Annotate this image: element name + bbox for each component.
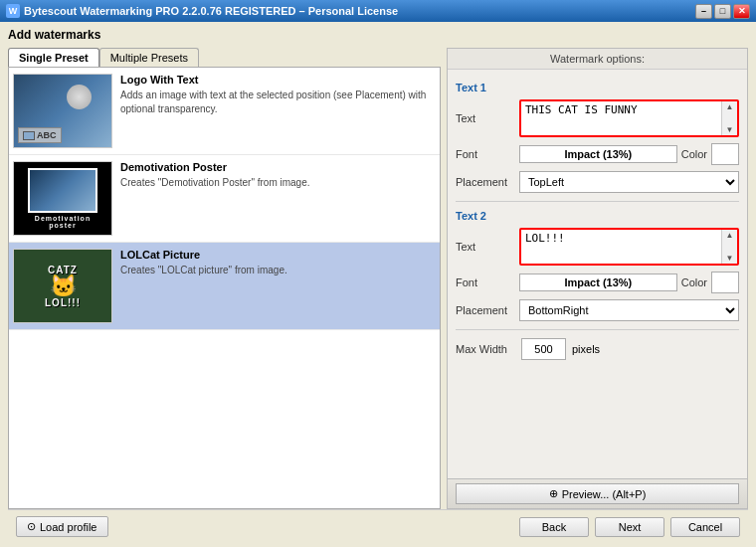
text2-placement-wrapper: TopLeft TopRight BottomLeft BottomRight …: [519, 299, 739, 321]
preview-label: Preview... (Alt+P): [562, 488, 647, 500]
preset-name-demot: Demotivation Poster: [120, 161, 436, 173]
divider-2: [456, 329, 739, 330]
preset-thumb-logo: ABC: [13, 74, 112, 148]
text2-field-label: Text: [456, 241, 515, 253]
preset-thumb-demot: Demotivationposter: [13, 161, 112, 236]
text2-input[interactable]: [521, 230, 721, 264]
maxwidth-row: Max Width pixels: [456, 338, 739, 360]
text1-font-button[interactable]: Impact (13%): [519, 145, 677, 163]
bottom-left: ⊙ Load profile: [16, 516, 108, 537]
text1-font-row: Font Impact (13%) Color: [456, 143, 739, 165]
next-button[interactable]: Next: [595, 517, 664, 537]
text1-scrollbar: ▲ ▼: [721, 101, 737, 135]
text2-section-label: Text 2: [456, 210, 739, 222]
text1-color-label: Color: [681, 148, 707, 160]
bottom-right: Back Next Cancel: [519, 517, 740, 537]
window-title: Bytescout Watermarking PRO 2.2.0.76 REGI…: [24, 5, 398, 17]
text2-scrollbar: ▲ ▼: [721, 230, 737, 264]
preview-icon: ⊕: [549, 487, 558, 500]
cancel-button[interactable]: Cancel: [670, 517, 740, 537]
minimize-button[interactable]: –: [695, 4, 712, 19]
text2-placement-label: Placement: [456, 304, 515, 316]
text1-section-label: Text 1: [456, 82, 739, 93]
titlebar: W Bytescout Watermarking PRO 2.2.0.76 RE…: [0, 0, 756, 22]
presets-list: ABC Logo With Text Adds an image with te…: [9, 68, 440, 508]
left-panel: Single Preset Multiple Presets ABC: [8, 48, 441, 509]
text1-scroll-up[interactable]: ▲: [722, 101, 737, 112]
preset-thumb-lolcat: CATZ 🐱 LOL!!!: [13, 249, 112, 323]
load-profile-button[interactable]: ⊙ Load profile: [16, 516, 108, 537]
preview-bar: ⊕ Preview... (Alt+P): [448, 478, 747, 508]
tab-multiple-presets[interactable]: Multiple Presets: [99, 48, 199, 67]
text2-font-label: Font: [456, 276, 515, 288]
text2-scroll-down[interactable]: ▼: [722, 253, 737, 264]
text2-placement-select[interactable]: TopLeft TopRight BottomLeft BottomRight …: [519, 299, 739, 321]
back-button[interactable]: Back: [519, 517, 589, 537]
section-title: Add watermarks: [8, 28, 748, 42]
maxwidth-input[interactable]: [521, 338, 566, 360]
main-content: Single Preset Multiple Presets ABC: [8, 48, 748, 509]
text2-input-container: ▲ ▼: [519, 228, 739, 266]
text1-placement-row: Placement TopLeft TopRight BottomLeft Bo…: [456, 171, 739, 193]
text1-placement-wrapper: TopLeft TopRight BottomLeft BottomRight …: [519, 171, 739, 193]
tab-single-preset[interactable]: Single Preset: [8, 48, 99, 67]
watermark-options-body: Text 1 Text ▲ ▼ Font Impact (13%) Color: [448, 70, 747, 478]
close-button[interactable]: ✕: [733, 4, 750, 19]
preset-info-demot: Demotivation Poster Creates "Demotivatio…: [120, 161, 436, 190]
text1-scroll-down[interactable]: ▼: [722, 124, 737, 135]
preset-desc-lolcat: Creates "LOLCat picture" from image.: [120, 264, 436, 277]
watermark-options-title: Watermark options:: [448, 49, 747, 70]
text2-color-label: Color: [681, 276, 707, 288]
text2-font-button[interactable]: Impact (13%): [519, 274, 677, 291]
text2-scroll-up[interactable]: ▲: [722, 230, 737, 241]
maxwidth-unit: pixels: [572, 343, 600, 355]
preset-item-logo[interactable]: ABC Logo With Text Adds an image with te…: [9, 68, 440, 155]
text1-color-button[interactable]: [711, 143, 739, 165]
bottom-bar: ⊙ Load profile Back Next Cancel: [8, 509, 748, 541]
text1-input-container: ▲ ▼: [519, 99, 739, 137]
preset-info-lolcat: LOLCat Picture Creates "LOLCat picture" …: [120, 249, 436, 277]
preset-item-demot[interactable]: Demotivationposter Demotivation Poster C…: [9, 155, 440, 243]
preset-item-lolcat[interactable]: CATZ 🐱 LOL!!! LOLCat Picture Creates "LO…: [9, 243, 440, 330]
text1-placement-label: Placement: [456, 176, 515, 188]
window-body: Add watermarks Single Preset Multiple Pr…: [0, 22, 756, 547]
text2-row: Text ▲ ▼: [456, 228, 739, 266]
text1-input[interactable]: [521, 101, 721, 135]
right-panel: Watermark options: Text 1 Text ▲ ▼ F: [447, 48, 748, 509]
preset-name-logo: Logo With Text: [120, 74, 436, 86]
load-profile-icon: ⊙: [27, 520, 36, 533]
preview-button[interactable]: ⊕ Preview... (Alt+P): [456, 483, 739, 504]
preset-name-lolcat: LOLCat Picture: [120, 249, 436, 261]
text2-placement-row: Placement TopLeft TopRight BottomLeft Bo…: [456, 299, 739, 321]
divider-1: [456, 201, 739, 202]
text2-color-button[interactable]: [711, 272, 739, 293]
preset-info-logo: Logo With Text Adds an image with text a…: [120, 74, 436, 116]
text2-font-row: Font Impact (13%) Color: [456, 272, 739, 293]
app-icon: W: [6, 4, 20, 18]
text1-row: Text ▲ ▼: [456, 99, 739, 137]
text1-font-label: Font: [456, 148, 515, 160]
presets-panel: ABC Logo With Text Adds an image with te…: [8, 67, 441, 509]
tab-bar: Single Preset Multiple Presets: [8, 48, 441, 67]
text1-placement-select[interactable]: TopLeft TopRight BottomLeft BottomRight …: [519, 171, 739, 193]
maxwidth-label: Max Width: [456, 343, 515, 355]
text1-field-label: Text: [456, 112, 515, 124]
load-profile-label: Load profile: [40, 521, 97, 533]
preset-desc-logo: Adds an image with text at the selected …: [120, 89, 436, 116]
preset-desc-demot: Creates "Demotivation Poster" from image…: [120, 176, 436, 190]
maximize-button[interactable]: □: [714, 4, 731, 19]
